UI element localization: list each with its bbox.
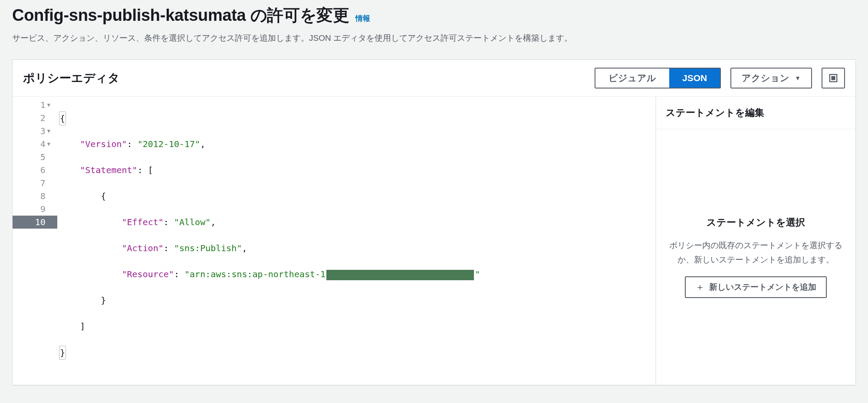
gutter-line: 4▼ [13, 138, 57, 151]
plus-icon: ＋ [695, 282, 705, 292]
fold-icon[interactable]: ▼ [47, 125, 50, 138]
json-mode-button[interactable]: JSON [669, 69, 720, 88]
editor-row: 1▼ 2▼ 3▼ 4▼ 5▼ 6▼ 7▼ 8▼ 9▼ 10▼ { "Versio… [13, 97, 855, 385]
line-gutter: 1▼ 2▼ 3▼ 4▼ 5▼ 6▼ 7▼ 8▼ 9▼ 10▼ [13, 97, 57, 385]
code-editor[interactable]: 1▼ 2▼ 3▼ 4▼ 5▼ 6▼ 7▼ 8▼ 9▼ 10▼ { "Versio… [13, 97, 656, 385]
side-empty-desc: ポリシー内の既存のステートメントを選択するか、新しいステートメントを追加します。 [667, 239, 844, 267]
page-header: Config-sns-publish-katsumata の許可を変更 情報 サ… [0, 0, 868, 52]
editor-mode-toggle: ビジュアル JSON [595, 68, 721, 88]
svg-rect-1 [831, 76, 835, 80]
gutter-line-current: 10▼ [13, 216, 57, 229]
gutter-line: 1▼ [13, 98, 57, 111]
code-body[interactable]: { "Version": "2012-10-17", "Statement": … [57, 97, 655, 385]
fullscreen-icon [829, 73, 838, 83]
side-panel-body: ステートメントを選択 ポリシー内の既存のステートメントを選択するか、新しいステー… [656, 129, 855, 385]
gutter-line: 2▼ [13, 111, 57, 125]
info-link[interactable]: 情報 [355, 13, 370, 23]
add-statement-button[interactable]: ＋ 新しいステートメントを追加 [685, 276, 827, 298]
fold-icon[interactable]: ▼ [47, 138, 50, 151]
visual-mode-button[interactable]: ビジュアル [595, 69, 669, 88]
policy-editor-panel: ポリシーエディタ ビジュアル JSON アクション ▼ 1▼ 2▼ [12, 59, 856, 385]
redacted-block [326, 270, 474, 280]
add-statement-label: 新しいステートメントを追加 [709, 282, 816, 293]
fullscreen-button[interactable] [822, 68, 845, 88]
header-controls: ビジュアル JSON アクション ▼ [595, 68, 845, 88]
panel-title: ポリシーエディタ [23, 70, 120, 86]
gutter-line: 3▼ [13, 125, 57, 138]
gutter-line: 8▼ [13, 190, 57, 203]
side-panel-header: ステートメントを編集 [656, 97, 855, 129]
actions-dropdown[interactable]: アクション ▼ [730, 68, 812, 88]
actions-label: アクション [742, 72, 789, 84]
page-title: Config-sns-publish-katsumata の許可を変更 [12, 4, 349, 26]
page-description: サービス、アクション、リソース、条件を選択してアクセス許可を追加します。JSON… [12, 33, 856, 44]
statement-side-panel: ステートメントを編集 ステートメントを選択 ポリシー内の既存のステートメントを選… [656, 97, 855, 385]
gutter-line: 5▼ [13, 151, 57, 164]
side-empty-title: ステートメントを選択 [707, 216, 805, 229]
gutter-line: 7▼ [13, 177, 57, 190]
panel-header: ポリシーエディタ ビジュアル JSON アクション ▼ [13, 60, 855, 97]
chevron-down-icon: ▼ [795, 75, 801, 82]
fold-icon[interactable]: ▼ [47, 98, 50, 111]
gutter-line: 6▼ [13, 164, 57, 177]
page-title-row: Config-sns-publish-katsumata の許可を変更 情報 [12, 4, 856, 26]
gutter-line: 9▼ [13, 203, 57, 216]
